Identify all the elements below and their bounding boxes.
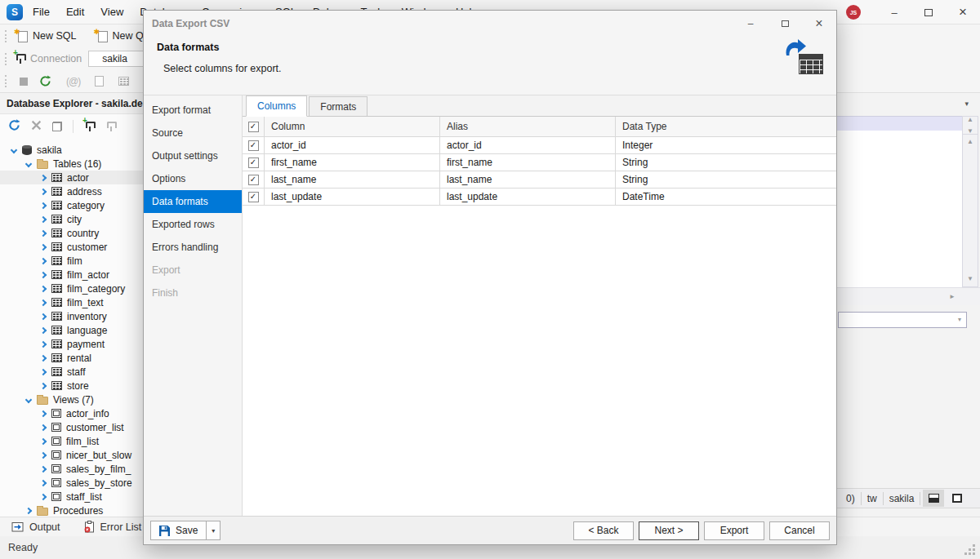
stop-icon[interactable]	[20, 78, 28, 86]
menu-item-file[interactable]: File	[33, 6, 50, 18]
chevron-right-icon[interactable]	[40, 188, 47, 194]
column-header-alias[interactable]: Alias	[440, 117, 616, 136]
table-row[interactable]: ✓last_updatelast_updateDateTime	[243, 189, 836, 206]
refresh-icon[interactable]	[8, 119, 20, 134]
wizard-step-source[interactable]: Source	[144, 122, 242, 144]
menu-item-edit[interactable]: Edit	[66, 6, 84, 18]
tree-item-language[interactable]: language	[0, 323, 144, 337]
close-icon[interactable]: ×	[946, 0, 980, 24]
scroll-up-icon[interactable]: ▲	[967, 137, 973, 147]
toolbar-grip[interactable]	[5, 30, 7, 42]
chevron-right-icon[interactable]	[40, 271, 47, 277]
chevron-right-icon[interactable]	[40, 257, 47, 264]
chevron-right-icon[interactable]	[40, 340, 47, 347]
wizard-step-errors-handling[interactable]: Errors handling	[144, 236, 242, 259]
maximize-icon[interactable]	[768, 11, 802, 37]
editor-combobox[interactable]: ▾	[838, 312, 967, 328]
tree-item-country[interactable]: country	[0, 226, 144, 240]
chevron-right-icon[interactable]	[25, 507, 32, 513]
tree-item-sales-by-store[interactable]: sales_by_store	[0, 476, 144, 490]
tree-item-sakila[interactable]: sakila	[0, 143, 144, 157]
tree-item-staff-list[interactable]: staff_list	[0, 490, 144, 504]
chevron-right-icon[interactable]	[40, 285, 47, 291]
row-select-cell[interactable]: ✓	[243, 154, 265, 171]
wizard-step-options[interactable]: Options	[144, 167, 242, 190]
wizard-step-export-format[interactable]: Export format	[144, 99, 242, 122]
send-mail-icon[interactable]: (@)	[66, 76, 80, 87]
toolbar-grip[interactable]	[5, 53, 7, 65]
tree-item-rental[interactable]: rental	[0, 351, 144, 365]
table-tool-icon[interactable]	[118, 77, 129, 86]
wizard-step-data-formats[interactable]: Data formats	[144, 190, 242, 213]
combo-caret-icon[interactable]: ▾	[958, 315, 961, 325]
editor-surface[interactable]	[836, 131, 962, 287]
menu-item-view[interactable]: View	[100, 6, 123, 18]
connection-icon[interactable]	[105, 120, 116, 133]
horizontal-scrollbar[interactable]: ►	[836, 287, 980, 305]
chevron-right-icon[interactable]	[40, 326, 47, 333]
tree-item-views-7[interactable]: Views (7)	[0, 393, 144, 406]
scroll-down-icon[interactable]: ▼	[967, 274, 973, 284]
chevron-right-icon[interactable]	[40, 174, 47, 180]
duplicate-window-icon[interactable]	[52, 122, 62, 131]
chevron-right-icon[interactable]	[40, 437, 47, 444]
cancel-button[interactable]: Cancel	[769, 521, 830, 540]
chevron-right-icon[interactable]	[40, 313, 47, 319]
checkbox-icon[interactable]: ✓	[248, 122, 259, 132]
new-connection-icon[interactable]: +	[84, 120, 95, 133]
splitter-handle[interactable]: ▲▼	[963, 117, 978, 135]
table-row[interactable]: ✓actor_idactor_idInteger	[243, 137, 836, 154]
chevron-right-icon[interactable]	[40, 382, 47, 388]
tree-item-payment[interactable]: payment	[0, 337, 144, 351]
error-list-tab[interactable]: Error List	[83, 521, 142, 533]
tree-item-film-list[interactable]: film_list	[0, 434, 144, 448]
tree-item-customer-list[interactable]: customer_list	[0, 420, 144, 434]
tree-item-film-actor[interactable]: film_actor	[0, 268, 144, 282]
edit-document-icon[interactable]	[95, 76, 104, 87]
checkbox-icon[interactable]: ✓	[248, 192, 259, 202]
tree-item-category[interactable]: category	[0, 198, 144, 212]
chevron-right-icon[interactable]	[40, 493, 47, 499]
chevron-right-icon[interactable]	[40, 243, 47, 250]
chevron-right-icon[interactable]	[40, 465, 47, 472]
table-row[interactable]: ✓first_namefirst_nameString	[243, 154, 836, 171]
tree-item-nicer-but-slow[interactable]: nicer_but_slow	[0, 448, 144, 462]
toggle-full-pane-button[interactable]	[947, 490, 968, 507]
scroll-right-icon[interactable]: ►	[949, 292, 956, 302]
tree-item-customer[interactable]: customer	[0, 240, 144, 254]
chevron-right-icon[interactable]	[40, 354, 47, 361]
minimize-icon[interactable]: –	[733, 11, 768, 37]
history-icon[interactable]	[39, 75, 51, 87]
chevron-down-icon[interactable]	[25, 396, 32, 402]
tree-item-sales-by-film[interactable]: sales_by_film_	[0, 462, 144, 476]
chevron-right-icon[interactable]	[40, 424, 47, 430]
resize-grip[interactable]	[973, 552, 975, 555]
table-row[interactable]: ✓last_namelast_nameString	[243, 171, 836, 189]
checkbox-icon[interactable]: ✓	[248, 140, 259, 151]
tree-item-inventory[interactable]: inventory	[0, 309, 144, 323]
tree-item-procedures[interactable]: Procedures	[0, 504, 144, 517]
maximize-icon[interactable]	[911, 0, 946, 24]
column-header-data-type[interactable]: Data Type	[616, 117, 836, 136]
user-badge[interactable]: JS	[846, 5, 861, 20]
chevron-right-icon[interactable]	[40, 451, 47, 458]
tree-item-store[interactable]: store	[0, 379, 144, 393]
tree-item-actor-info[interactable]: actor_info	[0, 406, 144, 420]
row-select-cell[interactable]: ✓	[243, 189, 265, 205]
wizard-step-exported-rows[interactable]: Exported rows	[144, 213, 242, 236]
column-header-column[interactable]: Column	[265, 117, 440, 136]
row-select-cell[interactable]: ✓	[243, 137, 265, 153]
chevron-right-icon[interactable]	[40, 229, 47, 236]
close-icon[interactable]: ×	[802, 11, 836, 37]
back-button[interactable]: < Back	[573, 521, 634, 540]
delete-icon[interactable]	[31, 120, 42, 133]
tab-columns[interactable]: Columns	[246, 95, 307, 117]
chevron-right-icon[interactable]	[40, 368, 47, 375]
save-options-caret[interactable]: ▾	[206, 521, 220, 539]
chevron-right-icon[interactable]	[40, 202, 47, 208]
checkbox-icon[interactable]: ✓	[248, 157, 259, 168]
tree-item-film-category[interactable]: film_category	[0, 282, 144, 295]
tree-item-staff[interactable]: staff	[0, 365, 144, 379]
tree-item-tables-16[interactable]: Tables (16)	[0, 157, 144, 171]
next-button[interactable]: Next >	[639, 521, 699, 540]
